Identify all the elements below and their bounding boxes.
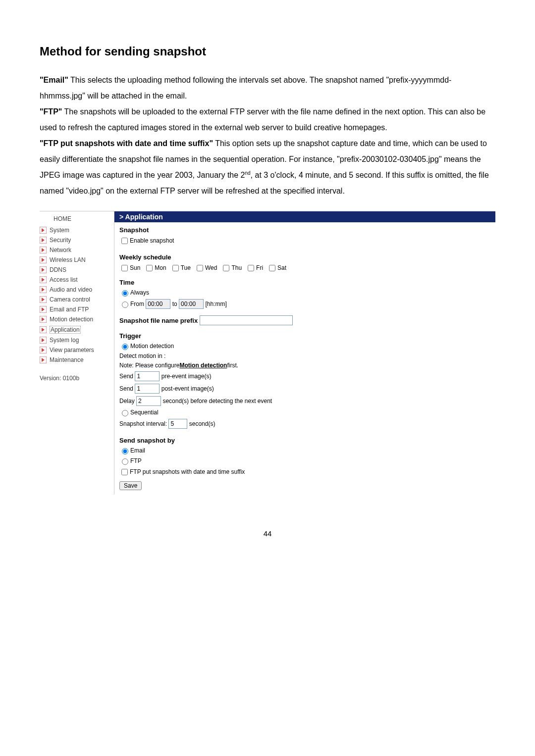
arrow-icon bbox=[40, 286, 47, 293]
day-tue-checkbox[interactable] bbox=[172, 265, 179, 271]
sidebar-item-label: Network bbox=[50, 247, 71, 253]
send-label: Send bbox=[119, 373, 133, 380]
sidebar-item-label: DDNS bbox=[50, 266, 66, 273]
sidebar-item-label: Access list bbox=[50, 276, 78, 283]
day-sat-checkbox[interactable] bbox=[269, 265, 275, 271]
sidebar-item-label: Camera control bbox=[50, 296, 90, 303]
label-ftp: "FTP" bbox=[40, 107, 62, 116]
sendby-heading: Send snapshot by bbox=[119, 437, 490, 444]
text-ftp: The snapshots will be uploaded to the ex… bbox=[40, 107, 485, 132]
delay-input[interactable] bbox=[136, 396, 161, 406]
arrow-icon bbox=[40, 276, 47, 283]
save-button[interactable]: Save bbox=[119, 481, 142, 490]
time-always-radio[interactable] bbox=[122, 290, 128, 297]
note-b: first. bbox=[227, 362, 238, 369]
day-sun-label: Sun bbox=[130, 264, 140, 271]
nav-home[interactable]: HOME bbox=[40, 212, 114, 225]
day-mon-label: Mon bbox=[155, 264, 166, 271]
label-suffix: "FTP put snapshots with date and time su… bbox=[40, 139, 213, 148]
sidebar-item-audio-and-video[interactable]: Audio and video bbox=[40, 285, 114, 295]
note-a: Note: Please configure bbox=[119, 362, 179, 369]
interval-label: Snapshot interval: bbox=[119, 420, 167, 427]
delay-text: second(s) before detecting the next even… bbox=[162, 398, 272, 404]
text-suffix-sup: nd bbox=[245, 170, 250, 176]
arrow-icon bbox=[40, 356, 47, 363]
sidebar-item-camera-control[interactable]: Camera control bbox=[40, 295, 114, 304]
arrow-icon bbox=[40, 316, 47, 323]
weekly-heading: Weekly schedule bbox=[119, 253, 490, 261]
time-always-label: Always bbox=[130, 289, 149, 296]
sendby-ftp-radio[interactable] bbox=[122, 458, 128, 465]
trigger-motion-label: Motion detection bbox=[130, 343, 174, 350]
day-thu-label: Thu bbox=[231, 264, 242, 271]
sidebar-item-label: Wireless LAN bbox=[50, 256, 86, 263]
doc-body: "Email" This selects the uploading metho… bbox=[40, 72, 495, 199]
trigger-motion-radio[interactable] bbox=[122, 344, 128, 350]
arrow-icon bbox=[40, 247, 47, 253]
sidebar-item-label: Maintenance bbox=[50, 356, 84, 363]
sendby-email-radio[interactable] bbox=[122, 448, 128, 454]
detect-in-label: Detect motion in : bbox=[119, 353, 165, 359]
sidebar-item-label: Security bbox=[50, 237, 71, 244]
sidebar: HOME SystemSecurityNetworkWireless LANDD… bbox=[40, 211, 114, 495]
day-fri-checkbox[interactable] bbox=[248, 265, 254, 271]
day-wed-label: Wed bbox=[205, 264, 217, 271]
day-sun-checkbox[interactable] bbox=[121, 265, 128, 271]
day-thu-checkbox[interactable] bbox=[223, 265, 229, 271]
time-range-radio[interactable] bbox=[122, 302, 128, 308]
arrow-icon bbox=[40, 306, 47, 313]
arrow-icon bbox=[40, 266, 47, 273]
to-label: to bbox=[172, 301, 177, 307]
sidebar-item-label: Audio and video bbox=[50, 286, 92, 293]
sidebar-item-network[interactable]: Network bbox=[40, 245, 114, 255]
to-input[interactable] bbox=[179, 299, 204, 309]
day-tue-label: Tue bbox=[181, 264, 191, 271]
sidebar-item-maintenance[interactable]: Maintenance bbox=[40, 355, 114, 365]
sidebar-item-ddns[interactable]: DDNS bbox=[40, 265, 114, 275]
sidebar-item-system[interactable]: System bbox=[40, 225, 114, 235]
sidebar-item-label: Application bbox=[50, 326, 81, 334]
from-input[interactable] bbox=[146, 299, 170, 309]
trigger-sequential-radio[interactable] bbox=[122, 410, 128, 416]
arrow-icon bbox=[40, 337, 47, 344]
day-fri-label: Fri bbox=[256, 264, 263, 271]
arrow-icon bbox=[40, 347, 47, 353]
sidebar-item-label: Motion detection bbox=[50, 316, 93, 323]
sidebar-item-system-log[interactable]: System log bbox=[40, 335, 114, 345]
app-header: > Application bbox=[114, 211, 495, 222]
from-label: From bbox=[130, 301, 144, 307]
motion-detection-link[interactable]: Motion detection bbox=[179, 362, 227, 369]
version-label: Version: 0100b bbox=[40, 365, 114, 382]
sendby-ftp-label: FTP bbox=[130, 457, 142, 464]
pre-event-input[interactable] bbox=[135, 371, 160, 381]
interval-input[interactable] bbox=[168, 419, 187, 429]
post-event-input[interactable] bbox=[135, 384, 160, 394]
delay-label: Delay bbox=[119, 398, 135, 404]
sidebar-item-view-parameters[interactable]: View parameters bbox=[40, 345, 114, 355]
prefix-input[interactable] bbox=[200, 315, 293, 325]
sidebar-item-wireless-lan[interactable]: Wireless LAN bbox=[40, 255, 114, 265]
send-label-2: Send bbox=[119, 385, 133, 392]
pre-event-label: pre-event image(s) bbox=[161, 373, 212, 380]
day-sat-label: Sat bbox=[277, 264, 286, 271]
arrow-icon bbox=[40, 227, 47, 234]
day-mon-checkbox[interactable] bbox=[146, 265, 153, 271]
arrow-icon bbox=[40, 237, 47, 244]
sidebar-item-label: Email and FTP bbox=[50, 306, 89, 313]
trigger-sequential-label: Sequential bbox=[130, 409, 159, 416]
ftp-suffix-checkbox[interactable] bbox=[121, 469, 128, 475]
sidebar-item-email-and-ftp[interactable]: Email and FTP bbox=[40, 304, 114, 314]
sidebar-item-application[interactable]: Application bbox=[40, 324, 114, 335]
doc-heading: Method for sending snapshot bbox=[40, 45, 495, 58]
text-email: This selects the uploading method follow… bbox=[40, 76, 451, 100]
arrow-icon bbox=[40, 296, 47, 303]
arrow-icon bbox=[40, 256, 47, 263]
sidebar-item-label: System log bbox=[50, 337, 79, 344]
enable-snapshot-checkbox[interactable] bbox=[121, 238, 128, 244]
day-wed-checkbox[interactable] bbox=[197, 265, 203, 271]
sidebar-item-security[interactable]: Security bbox=[40, 235, 114, 245]
sendby-email-label: Email bbox=[130, 447, 145, 454]
sidebar-item-label: System bbox=[50, 227, 69, 234]
sidebar-item-access-list[interactable]: Access list bbox=[40, 275, 114, 285]
sidebar-item-motion-detection[interactable]: Motion detection bbox=[40, 314, 114, 324]
